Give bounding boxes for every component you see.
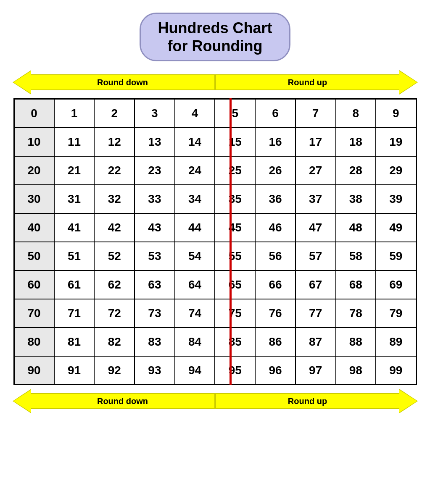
table-cell: 94 [175, 356, 215, 385]
row-header-cell: 10 [14, 128, 54, 156]
top-round-up-label: Round up [288, 78, 327, 87]
table-cell: 64 [175, 270, 215, 299]
table-cell: 29 [376, 156, 416, 185]
table-cell: 96 [255, 356, 295, 385]
table-cell: 42 [94, 213, 135, 242]
row-header-cell: 90 [14, 356, 54, 385]
table-cell: 95 [215, 356, 255, 385]
table-cell: 1 [54, 99, 95, 128]
page-title: Hundreds Chart for Rounding [158, 19, 272, 55]
row-header-cell: 30 [14, 185, 54, 213]
table-cell: 66 [255, 270, 295, 299]
table-cell: 37 [295, 185, 336, 213]
table-cell: 54 [175, 242, 215, 270]
table-cell: 6 [255, 99, 295, 128]
table-cell: 11 [54, 128, 95, 156]
table-cell: 34 [175, 185, 215, 213]
bottom-round-down-arrow: Round down [13, 390, 215, 412]
table-cell: 79 [376, 299, 416, 328]
table-cell: 12 [94, 128, 135, 156]
table-cell: 51 [54, 242, 95, 270]
table-cell: 71 [54, 299, 95, 328]
table-cell: 49 [376, 213, 416, 242]
table-cell: 89 [376, 328, 416, 356]
table-cell: 88 [336, 328, 376, 356]
table-cell: 31 [54, 185, 95, 213]
table-cell: 72 [94, 299, 135, 328]
table-cell: 24 [175, 156, 215, 185]
table-cell: 68 [336, 270, 376, 299]
table-cell: 14 [175, 128, 215, 156]
top-round-down-arrow: Round down [13, 71, 215, 94]
table-cell: 87 [295, 328, 336, 356]
table-cell: 59 [376, 242, 416, 270]
table-cell: 82 [94, 328, 135, 356]
table-cell: 16 [255, 128, 295, 156]
table-cell: 86 [255, 328, 295, 356]
table-cell: 58 [336, 242, 376, 270]
row-header-cell: 20 [14, 156, 54, 185]
table-cell: 27 [295, 156, 336, 185]
table-cell: 78 [336, 299, 376, 328]
table-cell: 22 [94, 156, 135, 185]
table-cell: 25 [215, 156, 255, 185]
table-cell: 74 [175, 299, 215, 328]
table-cell: 26 [255, 156, 295, 185]
table-cell: 18 [336, 128, 376, 156]
bottom-arrow-row: Round down Round up [13, 388, 417, 414]
table-cell: 77 [295, 299, 336, 328]
table-cell: 45 [215, 213, 255, 242]
table-cell: 47 [295, 213, 336, 242]
table-cell: 23 [135, 156, 175, 185]
table-cell: 73 [135, 299, 175, 328]
table-cell: 28 [336, 156, 376, 185]
table-cell: 38 [336, 185, 376, 213]
table-cell: 85 [215, 328, 255, 356]
table-cell: 33 [135, 185, 175, 213]
table-cell: 19 [376, 128, 416, 156]
top-arrow-row: Round down Round up [13, 70, 417, 95]
bottom-round-up-label: Round up [288, 396, 327, 406]
table-cell: 39 [376, 185, 416, 213]
table-cell: 75 [215, 299, 255, 328]
table-cell: 81 [54, 328, 95, 356]
row-header-cell: 60 [14, 270, 54, 299]
table-cell: 99 [376, 356, 416, 385]
table-cell: 53 [135, 242, 175, 270]
table-cell: 91 [54, 356, 95, 385]
table-cell: 35 [215, 185, 255, 213]
table-cell: 52 [94, 242, 135, 270]
row-header-cell: 80 [14, 328, 54, 356]
table-cell: 9 [376, 99, 416, 128]
table-cell: 56 [255, 242, 295, 270]
table-cell: 8 [336, 99, 376, 128]
table-cell: 63 [135, 270, 175, 299]
table-cell: 69 [376, 270, 416, 299]
table-cell: 84 [175, 328, 215, 356]
table-cell: 13 [135, 128, 175, 156]
red-divider-line [215, 98, 217, 385]
table-cell: 67 [295, 270, 336, 299]
table-cell: 61 [54, 270, 95, 299]
table-cell: 32 [94, 185, 135, 213]
table-cell: 83 [135, 328, 175, 356]
bottom-round-down-label: Round down [97, 396, 148, 406]
table-cell: 3 [135, 99, 175, 128]
row-header-cell: 50 [14, 242, 54, 270]
table-cell: 62 [94, 270, 135, 299]
table-cell: 7 [295, 99, 336, 128]
table-cell: 5 [215, 99, 255, 128]
table-cell: 57 [295, 242, 336, 270]
table-cell: 15 [215, 128, 255, 156]
table-cell: 48 [336, 213, 376, 242]
table-cell: 4 [175, 99, 215, 128]
table-cell: 43 [135, 213, 175, 242]
table-cell: 44 [175, 213, 215, 242]
chart-wrapper: 0123456789101112131415161718192021222324… [13, 98, 417, 385]
row-header-cell: 0 [14, 99, 54, 128]
table-cell: 65 [215, 270, 255, 299]
title-badge: Hundreds Chart for Rounding [140, 13, 290, 61]
table-cell: 41 [54, 213, 95, 242]
table-cell: 17 [295, 128, 336, 156]
top-round-up-arrow: Round up [215, 71, 417, 94]
